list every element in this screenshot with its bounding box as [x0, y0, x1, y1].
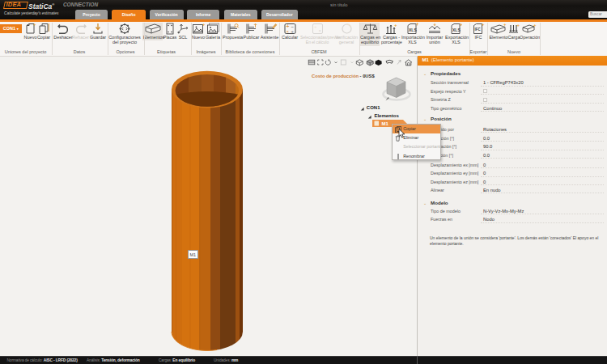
- svg-text:×: ×: [318, 28, 321, 33]
- svg-text:IFC: IFC: [475, 28, 482, 32]
- svg-text:+: +: [482, 23, 485, 27]
- svg-text:+: +: [314, 24, 317, 29]
- svg-text:M1: M1: [382, 121, 389, 126]
- svg-text:+: +: [533, 23, 537, 28]
- svg-text:XLS: XLS: [452, 28, 461, 32]
- svg-text:XLS: XLS: [409, 28, 417, 32]
- svg-text:+: +: [394, 23, 397, 28]
- svg-text:×: ×: [286, 29, 289, 34]
- svg-text:÷: ÷: [291, 29, 294, 34]
